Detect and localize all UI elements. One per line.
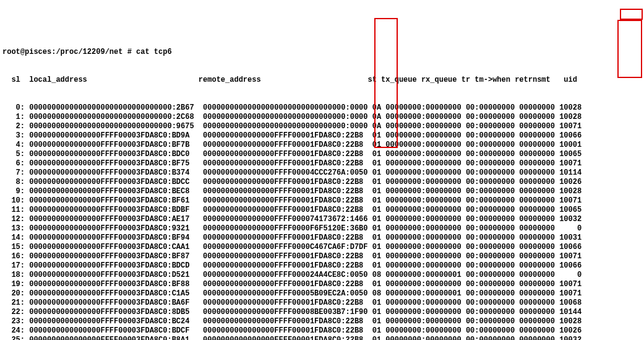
- shell-prompt: root@pisces:/proc/12209/net # cat tcp6: [2, 48, 642, 57]
- table-row: 20: 0000000000000000FFFF00003FDA8C0:C1A5…: [2, 289, 642, 299]
- terminal-window: root@pisces:/proc/12209/net # cat tcp6 s…: [0, 28, 644, 340]
- table-row: 10: 0000000000000000FFFF00003FDA8C0:BF61…: [2, 196, 642, 206]
- table-row: 4: 0000000000000000FFFF00003FDA8C0:BF7B …: [2, 141, 642, 150]
- header-row: sl local_address remote_address st tx_qu…: [2, 76, 642, 85]
- table-row: 12: 0000000000000000FFFF00003FDA8C0:AE17…: [2, 215, 642, 224]
- table-row: 15: 0000000000000000FFFF00003FDA8C0:CAA1…: [2, 243, 642, 252]
- table-row: 19: 0000000000000000FFFF00003FDA8C0:BF88…: [2, 280, 642, 289]
- table-row: 3: 0000000000000000FFFF00003FDA8C0:BD9A …: [2, 131, 642, 141]
- table-row: 1: 00000000000000000000000000000000:2C68…: [2, 113, 642, 122]
- table-row: 24: 0000000000000000FFFF00003FDA8C0:BDCF…: [2, 326, 642, 336]
- table-row: 22: 0000000000000000FFFF00003FDA8C0:8DB5…: [2, 308, 642, 317]
- table-row: 11: 0000000000000000FFFF00003FDA8C0:BDBF…: [2, 206, 642, 215]
- table-row: 25: 0000000000000000FFFF00003FDA8C0:B8A1…: [2, 336, 642, 340]
- table-row: 17: 0000000000000000FFFF00003FDA8C0:BDCD…: [2, 261, 642, 271]
- data-rows: 0: 00000000000000000000000000000000:2B67…: [2, 103, 642, 340]
- table-row: 7: 0000000000000000FFFF00003FDA8C0:B374 …: [2, 168, 642, 178]
- highlight-uid-header: [620, 9, 643, 20]
- table-row: 2: 00000000000000000000000000000000:9675…: [2, 122, 642, 131]
- table-row: 23: 0000000000000000FFFF00003FDA8C0:BC24…: [2, 317, 642, 326]
- table-row: 6: 0000000000000000FFFF00003FDA8C0:BF75 …: [2, 159, 642, 168]
- table-row: 5: 0000000000000000FFFF00003FDA8C0:BDC0 …: [2, 150, 642, 159]
- table-row: 8: 0000000000000000FFFF00003FDA8C0:BDCC …: [2, 178, 642, 187]
- table-row: 18: 0000000000000000FFFF00003FDA8C0:D521…: [2, 271, 642, 280]
- table-row: 9: 0000000000000000FFFF00003FDA8C0:BEC8 …: [2, 187, 642, 196]
- table-row: 16: 0000000000000000FFFF00003FDA8C0:BF87…: [2, 252, 642, 261]
- table-row: 13: 0000000000000000FFFF00003FDA8C0:9321…: [2, 224, 642, 233]
- table-row: 0: 00000000000000000000000000000000:2B67…: [2, 103, 642, 113]
- table-row: 21: 0000000000000000FFFF00003FDA8C0:BA6F…: [2, 299, 642, 308]
- table-row: 14: 0000000000000000FFFF00003FDA8C0:BF94…: [2, 233, 642, 243]
